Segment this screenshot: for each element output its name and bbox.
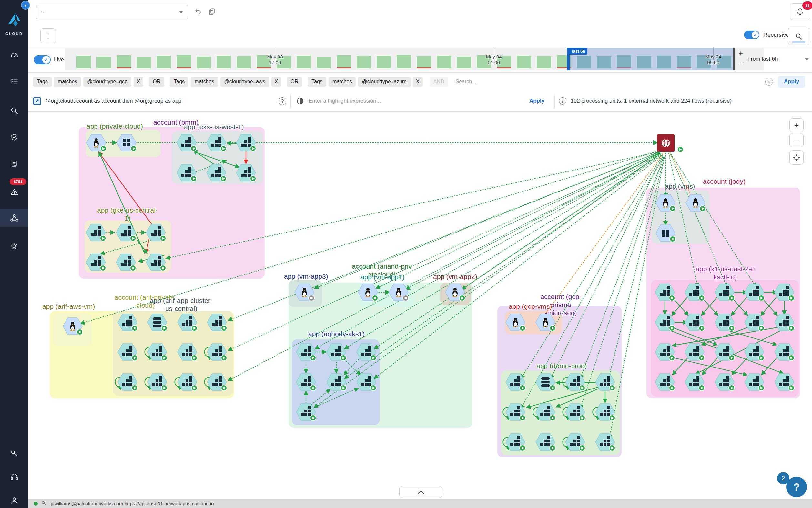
node-workload[interactable]	[715, 374, 734, 391]
undo-button[interactable]	[194, 7, 202, 17]
live-toggle[interactable]: ✓	[34, 55, 51, 64]
node-workload[interactable]	[745, 344, 764, 361]
node-workload[interactable]	[118, 344, 138, 361]
filter-joiner-chip[interactable]: OR	[149, 77, 164, 87]
filter-remove-chip[interactable]: X	[413, 77, 423, 87]
filter-joiner-chip[interactable]: OR	[287, 77, 302, 87]
node-workload[interactable]	[177, 134, 197, 152]
filter-remove-chip[interactable]: X	[134, 77, 144, 87]
sidebar-item-profile[interactable]	[0, 491, 29, 508]
node-workload[interactable]	[118, 374, 138, 391]
node-workload[interactable]	[147, 344, 167, 361]
help-button[interactable]: ?	[786, 477, 807, 497]
node-workload[interactable]	[655, 344, 675, 361]
filter-value-chip[interactable]: @cloud:type=azure	[358, 77, 411, 87]
node-workload[interactable]	[296, 344, 316, 361]
node-workload[interactable]	[745, 314, 764, 331]
node-data-store[interactable]	[147, 314, 167, 331]
node-workload[interactable]	[774, 314, 794, 331]
query-expression[interactable]: @org:cloudaccount as account then @org:g…	[45, 98, 181, 104]
sidebar-item-dashboard[interactable]	[0, 46, 29, 65]
filter-search-input[interactable]: Search...	[456, 79, 476, 85]
node-workload[interactable]	[327, 344, 346, 361]
timeline-zoom-in-button[interactable]: +	[736, 49, 745, 58]
node-workload[interactable]	[178, 374, 197, 391]
node-workload[interactable]	[146, 254, 166, 271]
node-workload[interactable]	[296, 404, 316, 421]
node-data-store[interactable]	[536, 374, 556, 391]
node-workload[interactable]	[207, 344, 227, 361]
node-workload[interactable]	[774, 374, 794, 391]
node-workload[interactable]	[356, 374, 376, 391]
filter-field-chip[interactable]: Tags	[170, 77, 188, 87]
node-workload[interactable]	[177, 164, 197, 181]
sidebar-item-inventory[interactable]	[0, 73, 29, 91]
sidebar-item-support[interactable]	[0, 468, 29, 486]
node-workload[interactable]	[178, 314, 197, 331]
sidebar-item-alerts[interactable]	[0, 183, 29, 201]
node-internet[interactable]	[657, 134, 683, 153]
topology-canvas[interactable]: account (pmm)app (private-cloud)app (eks…	[29, 112, 812, 499]
node-workload[interactable]	[565, 434, 585, 451]
node-workload[interactable]	[595, 374, 615, 391]
timeline-selection-left-handle[interactable]	[567, 48, 570, 71]
node-workload[interactable]	[745, 284, 764, 301]
sidebar-item-compliance[interactable]	[0, 128, 29, 146]
more-actions-button[interactable]: ⋮	[40, 29, 56, 43]
sidebar-item-settings[interactable]	[0, 237, 29, 255]
node-workload[interactable]	[595, 404, 615, 421]
node-workload[interactable]	[236, 164, 256, 181]
node-workload[interactable]	[236, 134, 256, 152]
node-workload[interactable]	[774, 284, 794, 301]
sidebar-item-credentials[interactable]	[0, 444, 29, 462]
filter-apply-button[interactable]: Apply	[778, 76, 805, 87]
sidebar-item-network[interactable]	[0, 209, 29, 227]
collapse-panel-button[interactable]	[399, 486, 442, 498]
node-workload[interactable]	[685, 374, 705, 391]
node-workload[interactable]	[118, 314, 138, 331]
node-linux-vm[interactable]	[358, 284, 378, 301]
node-linux-vm[interactable]	[656, 195, 675, 212]
node-workload[interactable]	[565, 404, 585, 421]
filter-remove-chip[interactable]: X	[272, 77, 281, 87]
filter-value-chip[interactable]: @cloud:type=gcp	[83, 77, 131, 87]
node-workload[interactable]	[86, 224, 106, 241]
saved-view-select[interactable]: ~	[36, 5, 188, 19]
node-workload[interactable]	[506, 434, 525, 451]
filter-field-chip[interactable]: Tags	[33, 77, 52, 87]
sidebar-item-reports[interactable]	[0, 155, 29, 173]
canvas-zoom-in-button[interactable]: +	[790, 118, 804, 132]
node-linux-vm[interactable]	[686, 195, 706, 212]
filter-operator-chip[interactable]: matches	[54, 77, 81, 87]
node-workload[interactable]	[685, 314, 705, 331]
timeline-selection-right-handle[interactable]	[733, 48, 735, 71]
query-apply-button[interactable]: Apply	[529, 98, 544, 104]
filter-value-chip[interactable]: @cloud:type=aws	[221, 77, 269, 87]
highlight-expression-input[interactable]: Enter a highlight expression...	[308, 98, 381, 104]
time-range-label[interactable]: From last 6h	[748, 56, 778, 62]
node-workload[interactable]	[655, 314, 675, 331]
node-workload[interactable]	[595, 434, 615, 451]
canvas-recenter-button[interactable]	[790, 151, 804, 165]
graph-search-button[interactable]	[788, 28, 809, 45]
node-workload[interactable]	[178, 344, 197, 361]
node-linux-vm[interactable]	[63, 318, 83, 335]
sidebar-expand-button[interactable]: ›	[21, 1, 30, 10]
query-help-icon[interactable]: ?	[279, 97, 286, 105]
node-workload[interactable]	[715, 284, 734, 301]
node-workload[interactable]	[86, 254, 106, 271]
clear-filters-icon[interactable]: ✕	[765, 78, 773, 86]
copy-button[interactable]	[208, 7, 216, 17]
node-workload[interactable]	[536, 434, 556, 451]
node-workload[interactable]	[296, 374, 316, 391]
node-workload[interactable]	[327, 374, 346, 391]
node-workload[interactable]	[685, 284, 705, 301]
node-workload[interactable]	[715, 344, 734, 361]
node-workload[interactable]	[655, 374, 675, 391]
node-workload[interactable]	[536, 404, 556, 421]
node-linux-vm[interactable]	[536, 314, 556, 331]
node-workload[interactable]	[147, 374, 167, 391]
highlight-toggle-icon[interactable]	[296, 97, 304, 105]
node-workload[interactable]	[506, 374, 525, 391]
node-workload[interactable]	[565, 374, 585, 391]
